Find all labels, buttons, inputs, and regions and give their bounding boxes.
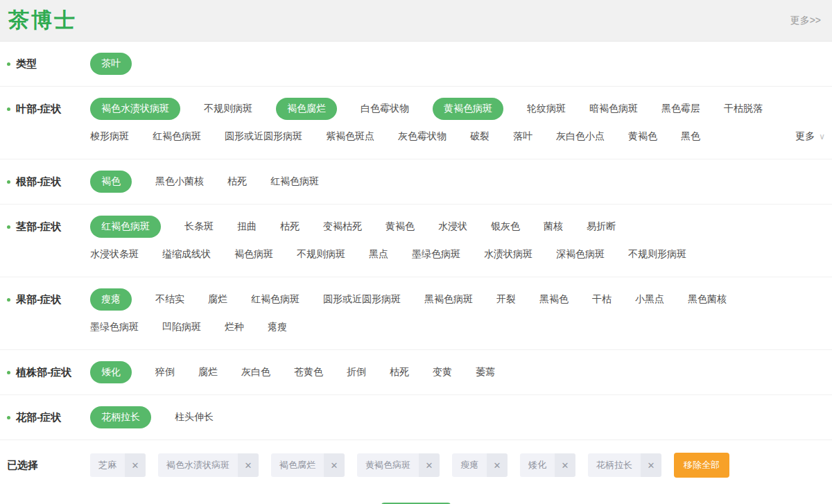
symptom-option[interactable]: 红褐色病斑 <box>153 130 201 143</box>
symptom-option[interactable]: 折倒 <box>347 366 366 379</box>
symptom-option[interactable]: 黑色小菌核 <box>155 175 204 188</box>
symptom-option[interactable]: 变褐枯死 <box>323 220 362 233</box>
symptom-option[interactable]: 不规则病斑 <box>204 103 252 115</box>
symptom-option[interactable]: 易折断 <box>587 220 616 233</box>
symptom-option[interactable]: 变黄 <box>433 366 452 379</box>
remove-all-button[interactable]: 移除全部 <box>674 453 729 478</box>
symptom-option[interactable]: 破裂 <box>470 130 489 143</box>
symptom-option-selected[interactable]: 褐色水渍状病斑 <box>90 98 180 120</box>
symptom-option-selected[interactable]: 瘦瘪 <box>90 288 132 311</box>
symptom-option[interactable]: 猝倒 <box>155 366 175 379</box>
remove-tag-button[interactable]: ✕ <box>324 453 345 477</box>
symptom-option[interactable]: 灰白色 <box>241 366 270 379</box>
symptom-option[interactable]: 墨绿色病斑 <box>412 248 460 261</box>
symptom-option[interactable]: 枯死 <box>227 175 247 188</box>
symptom-option[interactable]: 白色霉状物 <box>361 103 409 115</box>
close-icon: ✕ <box>245 460 252 471</box>
symptom-option[interactable]: 银灰色 <box>491 220 520 233</box>
symptom-option[interactable]: 红褐色病斑 <box>251 293 300 306</box>
selected-tag: 花柄拉长✕ <box>588 453 661 477</box>
symptom-option-selected[interactable]: 褐色腐烂 <box>276 98 337 120</box>
symptom-option[interactable]: 腐烂 <box>198 366 218 379</box>
symptom-option[interactable]: 枯死 <box>280 220 300 233</box>
symptom-option-selected[interactable]: 花柄拉长 <box>90 406 151 428</box>
symptom-option[interactable]: 枯死 <box>390 366 409 379</box>
options-row: 花柄拉长柱头伸长 <box>90 403 828 431</box>
selected-tag: 褐色腐烂✕ <box>271 453 345 477</box>
close-icon: ✕ <box>132 460 139 471</box>
symptom-option[interactable]: 长条斑 <box>184 220 214 233</box>
remove-tag-button[interactable]: ✕ <box>487 453 508 477</box>
app-logo: 茶博士 <box>8 6 77 35</box>
symptom-option[interactable]: 落叶 <box>513 130 532 143</box>
symptom-option[interactable]: 缢缩成线状 <box>162 248 211 261</box>
section-label-wrap: 叶部-症状 <box>0 95 90 123</box>
symptom-option[interactable]: 褐色病斑 <box>234 248 273 261</box>
symptom-option[interactable]: 圆形或近圆形病斑 <box>323 293 401 306</box>
symptom-option[interactable]: 不规则形病斑 <box>628 248 686 261</box>
symptom-option[interactable]: 深褐色病斑 <box>556 248 605 261</box>
filter-section: 根部-症状褐色黑色小菌核枯死红褐色病斑 <box>0 159 832 205</box>
symptom-option-selected[interactable]: 黄褐色病斑 <box>433 98 503 120</box>
symptom-option[interactable]: 黑褐色病斑 <box>424 293 473 306</box>
symptom-option[interactable]: 柱头伸长 <box>175 411 214 424</box>
symptom-option[interactable]: 暗褐色病斑 <box>589 103 638 115</box>
symptom-option[interactable]: 瘪瘦 <box>268 321 287 333</box>
selected-tag-label: 褐色腐烂 <box>271 453 324 477</box>
symptom-option[interactable]: 干枯 <box>592 293 612 306</box>
symptom-option[interactable]: 萎蔫 <box>476 366 495 379</box>
symptom-option[interactable]: 开裂 <box>496 293 516 306</box>
more-label: 更多 <box>795 130 815 143</box>
symptom-option[interactable]: 黄褐色 <box>385 220 415 233</box>
symptom-option[interactable]: 灰色霉状物 <box>398 130 447 143</box>
symptom-option[interactable]: 水浸状 <box>438 220 467 233</box>
symptom-option[interactable]: 黑点 <box>369 248 388 261</box>
symptom-option[interactable]: 烂种 <box>225 321 244 333</box>
symptom-option[interactable]: 扭曲 <box>237 220 257 233</box>
symptom-option-selected[interactable]: 矮化 <box>90 361 132 383</box>
symptom-option[interactable]: 黄褐色 <box>628 130 657 143</box>
symptom-option[interactable]: 苍黄色 <box>294 366 323 379</box>
chevron-down-icon: ∨ <box>819 132 825 141</box>
symptom-option[interactable]: 黑色菌核 <box>688 293 727 306</box>
symptom-option[interactable]: 不规则病斑 <box>297 248 345 261</box>
section-title: 植株部-症状 <box>16 366 71 379</box>
header-more-link[interactable]: 更多>> <box>790 15 821 27</box>
symptom-option[interactable]: 轮纹病斑 <box>527 103 566 115</box>
bullet-dot-icon <box>7 225 10 229</box>
symptom-option[interactable]: 黑色霉层 <box>661 103 700 115</box>
symptom-option[interactable]: 灰白色小点 <box>556 130 605 143</box>
symptom-option[interactable]: 水浸状条斑 <box>90 248 139 261</box>
symptom-option[interactable]: 红褐色病斑 <box>270 175 319 188</box>
close-icon: ✕ <box>494 460 501 471</box>
symptom-option[interactable]: 小黑点 <box>635 293 664 306</box>
bullet-dot-icon <box>7 180 10 184</box>
symptom-option-selected[interactable]: 褐色 <box>90 171 132 193</box>
symptom-option[interactable]: 黑褐色 <box>539 293 569 306</box>
remove-tag-button[interactable]: ✕ <box>555 453 575 477</box>
remove-tag-button[interactable]: ✕ <box>125 453 146 477</box>
remove-tag-button[interactable]: ✕ <box>641 453 661 477</box>
symptom-option[interactable]: 梭形病斑 <box>90 130 129 143</box>
options-row: 茶叶 <box>90 50 828 78</box>
symptom-option[interactable]: 不结实 <box>155 293 184 306</box>
symptom-option[interactable]: 水渍状病斑 <box>484 248 532 261</box>
remove-tag-button[interactable]: ✕ <box>238 453 259 477</box>
symptom-option[interactable]: 干枯脱落 <box>724 103 763 115</box>
options-row: 褐色水渍状病斑不规则病斑褐色腐烂白色霉状物黄褐色病斑轮纹病斑暗褐色病斑黑色霉层干… <box>90 95 828 123</box>
symptom-option-selected[interactable]: 红褐色病斑 <box>90 216 161 238</box>
selected-tag: 芝麻✕ <box>90 453 146 477</box>
symptom-option[interactable]: 黑色 <box>681 130 700 143</box>
section-options: 红褐色病斑长条斑扭曲枯死变褐枯死黄褐色水浸状银灰色菌核易折断水浸状条斑缢缩成线状… <box>90 213 832 268</box>
more-options-toggle[interactable]: 更多∨ <box>795 130 828 143</box>
options-row: 水浸状条斑缢缩成线状褐色病斑不规则病斑黑点墨绿色病斑水渍状病斑深褐色病斑不规则形… <box>90 241 828 268</box>
section-options: 褐色黑色小菌核枯死红褐色病斑 <box>90 168 832 195</box>
symptom-option[interactable]: 菌核 <box>544 220 563 233</box>
symptom-option[interactable]: 墨绿色病斑 <box>90 321 139 333</box>
symptom-option[interactable]: 腐烂 <box>208 293 227 306</box>
remove-tag-button[interactable]: ✕ <box>419 453 440 477</box>
symptom-option-selected[interactable]: 茶叶 <box>90 53 132 75</box>
symptom-option[interactable]: 凹陷病斑 <box>162 321 201 333</box>
symptom-option[interactable]: 紫褐色斑点 <box>326 130 374 143</box>
symptom-option[interactable]: 圆形或近圆形病斑 <box>225 130 302 143</box>
